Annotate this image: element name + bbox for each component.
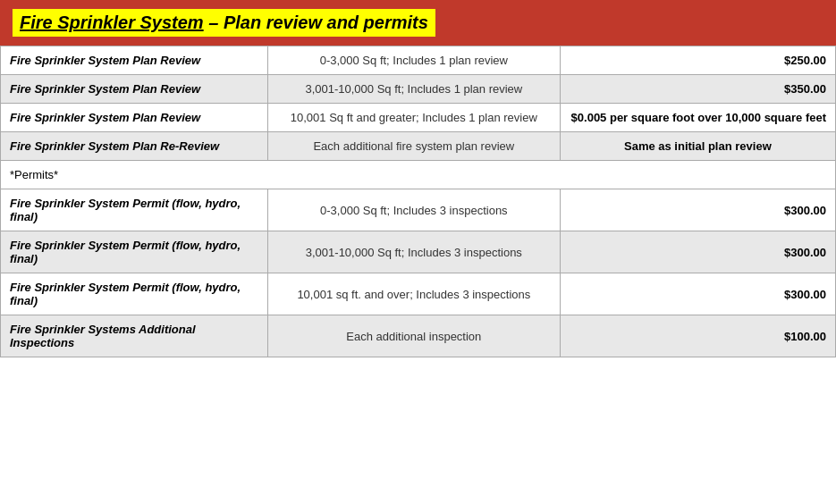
page-wrapper: Fire Sprinkler System – Plan review and … [0, 0, 836, 357]
row2-price: $350.00 [560, 75, 835, 104]
table-row: Fire Sprinkler System Plan Review 10,001… [1, 104, 836, 132]
prow1-label: Fire Sprinkler System Permit (flow, hydr… [1, 189, 268, 231]
prow4-price: $100.00 [560, 315, 835, 357]
row2-label: Fire Sprinkler System Plan Review [1, 75, 268, 104]
table-row: Fire Sprinkler Systems Additional Inspec… [1, 315, 836, 357]
row1-label: Fire Sprinkler System Plan Review [1, 46, 268, 75]
prow3-price: $300.00 [560, 273, 835, 315]
prow1-desc: 0-3,000 Sq ft; Includes 3 inspections [267, 189, 560, 231]
table-row: Fire Sprinkler System Permit (flow, hydr… [1, 189, 836, 231]
prow3-desc: 10,001 sq ft. and over; Includes 3 inspe… [267, 273, 560, 315]
row2-desc: 3,001-10,000 Sq ft; Includes 1 plan revi… [267, 75, 560, 104]
prow2-desc: 3,001-10,000 Sq ft; Includes 3 inspectio… [267, 231, 560, 273]
row3-label: Fire Sprinkler System Plan Review [1, 104, 268, 132]
fee-table: Fire Sprinkler System Plan Review 0-3,00… [0, 46, 836, 357]
row1-price: $250.00 [560, 46, 835, 75]
table-row: Fire Sprinkler System Permit (flow, hydr… [1, 273, 836, 315]
prow3-label: Fire Sprinkler System Permit (flow, hydr… [1, 273, 268, 315]
header-title-rest: – Plan review and permits [204, 13, 428, 32]
header-title: Fire Sprinkler System – Plan review and … [13, 9, 435, 37]
permits-header-text: *Permits* [10, 168, 58, 181]
permits-header-row: *Permits* [1, 161, 836, 189]
row4-price: Same as initial plan review [560, 132, 835, 161]
prow2-label: Fire Sprinkler System Permit (flow, hydr… [1, 231, 268, 273]
row3-price: $0.005 per square foot over 10,000 squar… [560, 104, 835, 132]
table-row: Fire Sprinkler System Plan Review 0-3,00… [1, 46, 836, 75]
header-banner: Fire Sprinkler System – Plan review and … [0, 0, 836, 46]
permits-header-cell: *Permits* [1, 161, 836, 189]
row3-desc: 10,001 Sq ft and greater; Includes 1 pla… [267, 104, 560, 132]
prow4-label: Fire Sprinkler Systems Additional Inspec… [1, 315, 268, 357]
row1-desc: 0-3,000 Sq ft; Includes 1 plan review [267, 46, 560, 75]
prow4-desc: Each additional inspection [267, 315, 560, 357]
table-row: Fire Sprinkler System Plan Re-Review Eac… [1, 132, 836, 161]
table-row: Fire Sprinkler System Permit (flow, hydr… [1, 231, 836, 273]
prow1-price: $300.00 [560, 189, 835, 231]
row4-desc: Each additional fire system plan review [267, 132, 560, 161]
prow2-price: $300.00 [560, 231, 835, 273]
header-title-underline: Fire Sprinkler System [20, 13, 204, 32]
row4-label: Fire Sprinkler System Plan Re-Review [1, 132, 268, 161]
table-row: Fire Sprinkler System Plan Review 3,001-… [1, 75, 836, 104]
